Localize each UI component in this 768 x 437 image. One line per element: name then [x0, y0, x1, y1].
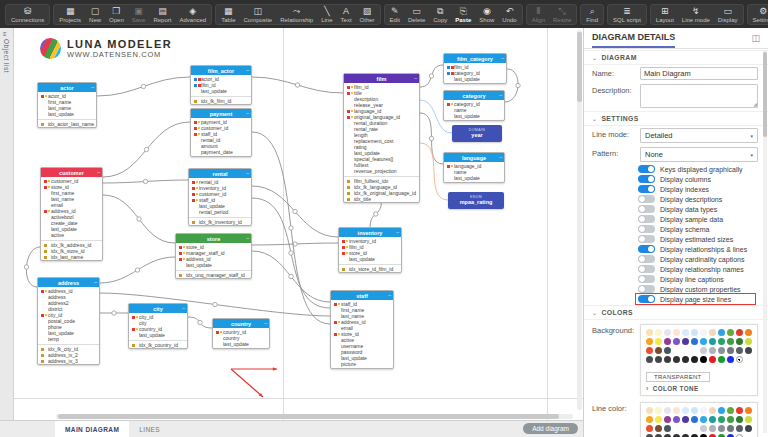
toolbar-resize[interactable]: ⤡Resize — [549, 6, 575, 23]
section-colors[interactable]: COLORS — [584, 305, 768, 320]
section-diagram[interactable]: DIAGRAM — [584, 50, 768, 65]
entity-address[interactable]: address–address_idaddressaddress2distric… — [37, 277, 100, 365]
entity-header[interactable]: country– — [213, 319, 269, 328]
toolbar-new[interactable]: ▢New — [85, 6, 105, 23]
entity-header[interactable]: language– — [444, 153, 504, 162]
transparent-button[interactable]: TRANSPARENT — [646, 372, 710, 382]
toolbar-other[interactable]: ▧Other — [356, 6, 379, 23]
color-swatch[interactable] — [655, 356, 662, 363]
entity-store[interactable]: store–store_idmanager_staff_idaddress_id… — [175, 233, 252, 279]
color-swatch[interactable] — [691, 356, 698, 363]
toggle-display-cardinality-captions[interactable] — [638, 255, 655, 263]
color-tone-expander[interactable]: COLOR TONE — [646, 385, 752, 392]
color-swatch[interactable] — [664, 338, 671, 345]
toolbar-relationship[interactable]: ⤳Relationship — [276, 6, 317, 23]
color-swatch[interactable] — [700, 329, 707, 336]
color-swatch[interactable] — [718, 425, 725, 432]
entity-header[interactable]: payment– — [191, 109, 251, 118]
color-swatch[interactable] — [691, 338, 698, 345]
color-swatch[interactable] — [709, 356, 716, 363]
entity-header[interactable]: staff– — [331, 291, 393, 300]
color-swatch[interactable] — [745, 407, 752, 414]
entity-payment[interactable]: payment–payment_idcustomer_idstaff_idren… — [190, 108, 252, 157]
color-swatch[interactable] — [700, 338, 707, 345]
color-swatch[interactable] — [682, 407, 689, 414]
entity-rental[interactable]: rental–rental_idinventory_idcustomer_ids… — [188, 168, 252, 226]
color-swatch[interactable] — [655, 347, 662, 354]
toolbar-delete[interactable]: ▭Delete — [404, 6, 429, 23]
toolbar-save[interactable]: ▣Save — [128, 6, 150, 23]
color-swatch[interactable] — [709, 329, 716, 336]
entity-header[interactable]: address– — [38, 278, 99, 287]
toolbar-connections[interactable]: ⛁Connections — [7, 6, 48, 23]
line-mode-select[interactable]: Detailed — [640, 128, 758, 143]
color-swatch[interactable] — [727, 416, 734, 423]
color-swatch[interactable] — [700, 425, 707, 432]
toolbar-edit[interactable]: ✎Edit — [386, 6, 404, 23]
toggle-keys-displayed-graphically[interactable] — [638, 165, 655, 173]
color-swatch[interactable] — [655, 416, 662, 423]
toolbar-line[interactable]: ╲Line — [317, 6, 336, 23]
color-swatch[interactable] — [664, 347, 671, 354]
color-swatch[interactable] — [745, 329, 752, 336]
entity-country[interactable]: country–country_idcountrylast_update — [212, 318, 270, 349]
color-swatch[interactable] — [682, 329, 689, 336]
domain-year[interactable]: DOMAINyear — [452, 125, 502, 142]
color-swatch[interactable] — [709, 347, 716, 354]
entity-header[interactable]: rental– — [189, 169, 251, 178]
toggle-display-schema[interactable] — [638, 225, 655, 233]
entity-header[interactable]: film– — [344, 74, 419, 83]
entity-staff[interactable]: staff–staff_idfirst_namelast_nameaddress… — [330, 290, 394, 369]
toolbar-sql-script[interactable]: ≣SQL script — [609, 6, 645, 23]
entity-customer[interactable]: customer–customer_idstore_idfirst_namela… — [40, 167, 103, 261]
toolbar-align[interactable]: ⫴Align — [528, 6, 549, 23]
color-swatch[interactable] — [646, 407, 653, 414]
toolbar-report[interactable]: ▤Report — [149, 6, 175, 23]
diagram-canvas[interactable]: LUNA MODELER WWW.DATENSEN.COM actor–acto… — [14, 28, 583, 420]
toolbar-copy[interactable]: ⧉Copy — [429, 6, 451, 23]
entity-film_category[interactable]: film_category–film_idcategory_idlast_upd… — [443, 53, 507, 84]
entity-header[interactable]: category– — [444, 91, 504, 100]
toolbar-text[interactable]: AText — [337, 6, 356, 23]
color-swatch[interactable] — [646, 347, 653, 354]
panel-layout-icon[interactable]: ◫ — [751, 28, 760, 48]
diagram-description-input[interactable] — [640, 84, 758, 108]
toolbar-table[interactable]: ▦Table — [217, 6, 239, 23]
toggle-display-page-size-lines[interactable] — [638, 295, 655, 303]
toggle-display-data-types[interactable] — [638, 205, 655, 213]
color-swatch[interactable] — [664, 425, 671, 432]
color-swatch[interactable] — [718, 356, 725, 363]
color-swatch[interactable] — [736, 407, 743, 414]
toggle-display-relationships-lines[interactable] — [638, 245, 655, 253]
entity-header[interactable]: actor– — [38, 83, 96, 92]
toggle-display-relationship-names[interactable] — [638, 265, 655, 273]
color-swatch[interactable] — [745, 425, 752, 432]
color-swatch[interactable] — [700, 416, 707, 423]
panel-scrollbar[interactable] — [763, 50, 767, 433]
section-settings[interactable]: SETTINGS — [584, 111, 768, 126]
color-swatch[interactable] — [664, 356, 671, 363]
color-swatch[interactable] — [646, 329, 653, 336]
toolbar-find[interactable]: ⌕Find — [582, 6, 602, 23]
color-swatch[interactable] — [727, 425, 734, 432]
color-swatch[interactable] — [655, 338, 662, 345]
color-swatch[interactable] — [700, 356, 707, 363]
toggle-display-estimated-sizes[interactable] — [638, 235, 655, 243]
color-swatch[interactable] — [718, 347, 725, 354]
toggle-display-descriptions[interactable] — [638, 195, 655, 203]
color-swatch[interactable] — [709, 407, 716, 414]
toolbar-paste[interactable]: ⎘Paste — [451, 6, 475, 23]
color-swatch[interactable] — [646, 338, 653, 345]
color-swatch[interactable] — [736, 338, 743, 345]
color-swatch[interactable] — [673, 329, 680, 336]
entity-header[interactable]: film_category– — [444, 54, 506, 63]
toolbar-advanced[interactable]: ◈Advanced — [175, 6, 210, 23]
domain-mpaa-rating[interactable]: ENUMmpaa_rating — [448, 192, 504, 209]
color-swatch[interactable] — [646, 416, 653, 423]
color-swatch[interactable] — [727, 347, 734, 354]
toggle-display-line-captions[interactable] — [638, 275, 655, 283]
color-swatch[interactable] — [655, 407, 662, 414]
toggle-display-custom-properties[interactable] — [638, 285, 655, 293]
entity-header[interactable]: city– — [129, 304, 187, 313]
toolbar-display[interactable]: ▭Display — [714, 6, 742, 23]
